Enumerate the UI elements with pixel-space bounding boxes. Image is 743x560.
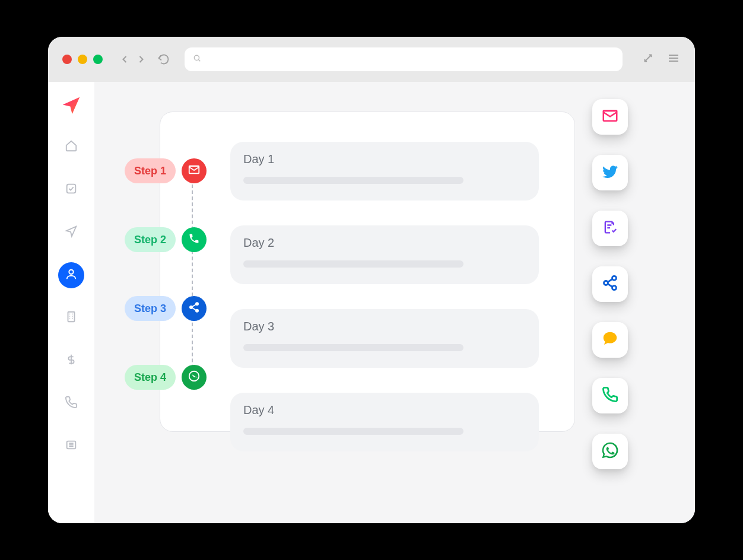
step-4-circle bbox=[182, 365, 207, 390]
svg-line-23 bbox=[192, 304, 196, 307]
titlebar bbox=[48, 37, 695, 82]
nav-buttons bbox=[118, 53, 170, 66]
chip-form[interactable] bbox=[592, 211, 628, 246]
content-area: Step 1 Step 2 Step 3 bbox=[48, 82, 695, 523]
svg-line-30 bbox=[608, 284, 612, 287]
chip-email[interactable] bbox=[592, 99, 628, 135]
back-button[interactable] bbox=[118, 53, 131, 66]
placeholder-bar bbox=[243, 428, 463, 435]
maximize-window-button[interactable] bbox=[93, 55, 103, 64]
svg-rect-6 bbox=[67, 184, 76, 193]
close-window-button[interactable] bbox=[62, 55, 72, 64]
check-square-icon bbox=[65, 182, 78, 198]
day-1-card[interactable]: Day 1 bbox=[230, 142, 539, 201]
app-window: Step 1 Step 2 Step 3 bbox=[48, 37, 695, 523]
step-3-pill: Step 3 bbox=[125, 296, 176, 321]
search-icon bbox=[193, 54, 201, 65]
step-3-label: Step 3 bbox=[134, 303, 166, 315]
channel-chips bbox=[592, 99, 628, 469]
chip-twitter[interactable] bbox=[592, 155, 628, 190]
day-3-title: Day 3 bbox=[243, 320, 526, 333]
svg-line-29 bbox=[608, 279, 612, 282]
svg-line-1 bbox=[199, 60, 201, 62]
sidebar-item-send[interactable] bbox=[58, 219, 84, 246]
whatsapp-icon bbox=[601, 441, 620, 462]
user-icon bbox=[65, 268, 78, 283]
day-4-title: Day 4 bbox=[243, 403, 526, 417]
svg-rect-8 bbox=[68, 312, 75, 322]
forward-button[interactable] bbox=[135, 53, 148, 66]
day-1-title: Day 1 bbox=[243, 152, 526, 166]
sidebar-item-tasks[interactable] bbox=[58, 177, 84, 203]
sidebar-item-building[interactable] bbox=[58, 305, 84, 331]
minimize-window-button[interactable] bbox=[78, 55, 87, 64]
main-inner: Step 1 Step 2 Step 3 bbox=[160, 112, 671, 432]
placeholder-bar bbox=[243, 260, 463, 268]
day-4-card[interactable]: Day 4 bbox=[230, 393, 539, 451]
step-2-circle bbox=[182, 227, 207, 252]
titlebar-right bbox=[642, 51, 681, 68]
url-bar[interactable] bbox=[185, 47, 623, 71]
twitter-icon bbox=[601, 163, 619, 183]
reload-button[interactable] bbox=[157, 53, 170, 66]
step-2-label: Step 2 bbox=[134, 234, 166, 246]
send-icon bbox=[65, 225, 78, 240]
sequence-card: Step 1 Step 2 Step 3 bbox=[160, 112, 575, 432]
svg-line-2 bbox=[645, 55, 652, 62]
share-icon bbox=[602, 275, 618, 294]
sidebar-item-list[interactable] bbox=[58, 433, 84, 459]
sidebar-item-contacts[interactable] bbox=[58, 262, 84, 288]
day-2-card[interactable]: Day 2 bbox=[230, 225, 539, 284]
step-4-label: Step 4 bbox=[134, 371, 166, 384]
envelope-icon bbox=[188, 163, 201, 179]
step-4-pill: Step 4 bbox=[125, 365, 176, 390]
step-1-circle bbox=[182, 158, 207, 183]
step-2[interactable]: Step 2 bbox=[125, 227, 207, 252]
step-3[interactable]: Step 3 bbox=[125, 296, 207, 321]
chip-phone[interactable] bbox=[592, 378, 628, 413]
chip-whatsapp[interactable] bbox=[592, 434, 628, 469]
sidebar-item-billing[interactable] bbox=[58, 348, 84, 374]
step-2-pill: Step 2 bbox=[125, 227, 176, 252]
steps-column: Step 1 Step 2 Step 3 bbox=[125, 158, 207, 390]
chat-bubble-icon bbox=[601, 330, 619, 350]
envelope-icon bbox=[601, 107, 619, 127]
svg-line-24 bbox=[192, 308, 196, 310]
window-controls bbox=[62, 55, 103, 64]
expand-button[interactable] bbox=[642, 52, 655, 67]
chip-chat[interactable] bbox=[592, 322, 628, 358]
main-area: Step 1 Step 2 Step 3 bbox=[94, 82, 695, 523]
step-4[interactable]: Step 4 bbox=[125, 365, 207, 390]
sidebar bbox=[48, 82, 94, 523]
dollar-icon bbox=[65, 353, 78, 368]
share-icon bbox=[188, 301, 200, 316]
list-icon bbox=[65, 438, 78, 454]
sidebar-item-calls[interactable] bbox=[58, 390, 84, 416]
day-2-title: Day 2 bbox=[243, 236, 526, 250]
placeholder-bar bbox=[243, 344, 463, 351]
home-icon bbox=[65, 139, 78, 155]
chip-share[interactable] bbox=[592, 266, 628, 302]
step-1[interactable]: Step 1 bbox=[125, 158, 207, 183]
step-1-pill: Step 1 bbox=[125, 158, 176, 183]
svg-point-0 bbox=[194, 55, 199, 60]
app-logo[interactable] bbox=[59, 94, 83, 117]
phone-icon bbox=[65, 396, 78, 411]
day-3-card[interactable]: Day 3 bbox=[230, 309, 539, 368]
whatsapp-icon bbox=[188, 370, 201, 385]
days-column: Day 1 Day 2 Day 3 Day 4 bbox=[230, 142, 545, 451]
step-connector-line bbox=[192, 184, 193, 386]
menu-button[interactable] bbox=[666, 51, 681, 68]
step-3-circle bbox=[182, 296, 207, 321]
svg-point-7 bbox=[69, 270, 73, 274]
building-icon bbox=[65, 310, 78, 326]
phone-icon bbox=[188, 233, 200, 247]
step-1-label: Step 1 bbox=[134, 165, 166, 177]
sidebar-item-home[interactable] bbox=[58, 134, 84, 160]
phone-icon bbox=[602, 386, 618, 405]
form-check-icon bbox=[602, 219, 618, 238]
placeholder-bar bbox=[243, 177, 463, 184]
